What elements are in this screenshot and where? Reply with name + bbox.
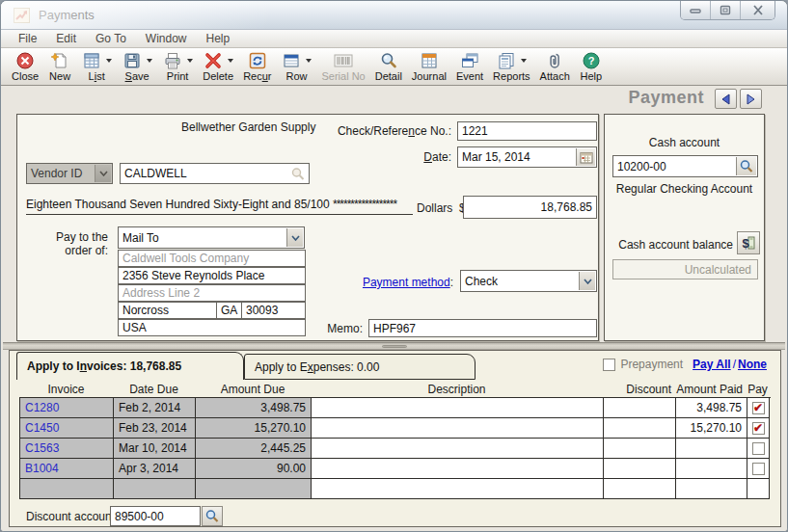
journal-icon (419, 51, 440, 70)
check-form: Bellwether Garden Supply Check/Reference… (16, 114, 599, 341)
amount-paid-cell[interactable] (676, 439, 747, 459)
pay-cell: ✔ (747, 398, 770, 418)
attach-button[interactable]: Attach (535, 50, 575, 82)
dropdown-arrow-icon[interactable] (187, 59, 193, 63)
payee-name-input[interactable]: Caldwell Tools Company (118, 250, 306, 267)
menu-window[interactable]: Window (136, 32, 197, 45)
reports-icon (496, 51, 517, 70)
close-button[interactable]: Close (7, 50, 43, 82)
event-button[interactable]: Event (451, 50, 488, 82)
calendar-button[interactable] (576, 148, 595, 166)
invoice-link[interactable]: B1004 (20, 459, 114, 479)
row-button[interactable]: Row (276, 50, 316, 82)
amount-paid-cell[interactable]: 3,498.75 (676, 398, 747, 418)
state-input[interactable]: GA (216, 302, 242, 319)
payment-method-link[interactable]: Payment method (363, 276, 450, 289)
discount-cell[interactable] (604, 459, 676, 479)
date-input[interactable]: Mar 15, 2014 (457, 146, 597, 168)
check-reference-input[interactable]: 1221 (457, 121, 597, 141)
splitter-grip-icon (382, 345, 407, 348)
invoice-cell[interactable] (20, 479, 114, 499)
payment-method-label: Payment method: (363, 276, 453, 289)
close-window-button[interactable] (741, 1, 774, 19)
recur-button[interactable]: Recur (238, 50, 276, 82)
dropdown-arrow-icon[interactable] (228, 59, 233, 63)
previous-record-button[interactable] (715, 89, 737, 109)
dropdown-arrow-icon[interactable] (106, 59, 112, 63)
delete-button[interactable]: Delete (198, 50, 238, 82)
new-button[interactable]: New (43, 50, 76, 82)
reports-button[interactable]: Reports (488, 50, 535, 82)
pay-checkbox[interactable]: ✔ (752, 422, 765, 435)
pay-checkbox[interactable] (752, 442, 765, 455)
menu-edit[interactable]: Edit (46, 32, 86, 45)
amount-paid-cell[interactable] (676, 459, 747, 479)
vendor-id-selector[interactable]: Vendor ID (26, 163, 113, 184)
address-line1-input[interactable]: 2356 Steve Reynolds Place (118, 267, 306, 284)
description-cell[interactable] (312, 479, 604, 499)
discount-account-input[interactable]: 89500-00 (110, 506, 201, 526)
tab-apply-to-invoices[interactable]: Apply to Invoices: 18,768.85 (16, 352, 244, 380)
amount-input[interactable]: 18,768.85 (463, 196, 597, 219)
discount-cell[interactable] (604, 398, 676, 418)
col-description: Description (311, 382, 603, 397)
pay-none-link[interactable]: None (738, 358, 767, 371)
journal-button[interactable]: Journal (407, 50, 451, 82)
recalculate-balance-button[interactable]: $ (737, 231, 760, 254)
menu-help[interactable]: Help (197, 32, 240, 45)
description-cell[interactable] (312, 398, 604, 418)
menu-goto[interactable]: Go To (86, 32, 136, 45)
date-due-cell: Apr 3, 2014 (114, 459, 196, 479)
city-input[interactable]: Norcross (118, 302, 217, 319)
vendor-search-icon[interactable] (290, 167, 306, 184)
save-button[interactable]: Save (117, 50, 157, 82)
description-cell[interactable] (312, 418, 604, 439)
pay-cell (747, 479, 770, 499)
amount-paid-cell[interactable]: 15,270.10 (676, 418, 747, 439)
discount-cell[interactable] (604, 418, 676, 439)
window-title: Payments (39, 8, 95, 22)
table-row: C1563 Mar 10, 2014 2,445.25 (20, 439, 771, 459)
print-button[interactable]: Print (157, 50, 198, 82)
list-button[interactable]: List (76, 50, 117, 82)
cash-account-input[interactable]: 10200-00 (612, 155, 758, 177)
minimize-button[interactable] (681, 1, 711, 19)
address-line2-input[interactable]: Address Line 2 (118, 284, 306, 302)
payee-mode-dropdown[interactable]: Mail To (118, 226, 305, 249)
cash-account-lookup-button[interactable] (736, 157, 756, 175)
detail-button[interactable]: Detail (370, 50, 407, 82)
discount-cell[interactable] (604, 479, 676, 499)
tab-apply-to-expenses[interactable]: Apply to Expenses: 0.00 (244, 354, 476, 380)
dropdown-arrow-icon[interactable] (521, 59, 527, 63)
country-input[interactable]: USA (118, 319, 306, 336)
help-button[interactable]: ? Help (575, 50, 608, 82)
payment-method-dropdown[interactable]: Check (460, 270, 597, 292)
description-cell[interactable] (312, 439, 604, 459)
zip-input[interactable]: 30093 (241, 302, 306, 319)
amount-paid-cell[interactable] (676, 479, 747, 499)
vendor-id-input[interactable]: CALDWELL (120, 163, 310, 184)
dropdown-arrow-icon[interactable] (306, 59, 312, 63)
prepayment-checkbox[interactable] (603, 359, 615, 371)
menu-file[interactable]: File (9, 32, 46, 45)
pay-checkbox[interactable]: ✔ (752, 402, 765, 414)
title-bar: Payments (1, 1, 787, 30)
splitter-handle[interactable] (3, 342, 785, 350)
memo-input[interactable]: HPF967 (368, 319, 597, 337)
dropdown-arrow-icon[interactable] (147, 59, 152, 63)
discount-cell[interactable] (604, 439, 676, 459)
calendar-icon (580, 151, 593, 164)
invoice-link[interactable]: C1563 (20, 439, 114, 459)
combo-arrow-icon[interactable] (95, 165, 111, 182)
description-cell[interactable] (312, 459, 604, 479)
invoice-link[interactable]: C1450 (20, 418, 114, 439)
next-record-button[interactable] (740, 89, 762, 109)
restore-button[interactable] (711, 1, 741, 19)
discount-account-lookup-button[interactable] (202, 506, 223, 526)
invoice-link[interactable]: C1280 (20, 398, 114, 418)
cash-account-panel: Cash account 10200-00 Regular Checking A… (604, 114, 765, 341)
pay-all-link[interactable]: Pay All (693, 358, 731, 371)
pay-checkbox[interactable] (752, 463, 765, 475)
combo-arrow-icon[interactable] (286, 228, 303, 247)
combo-arrow-icon[interactable] (579, 272, 595, 290)
